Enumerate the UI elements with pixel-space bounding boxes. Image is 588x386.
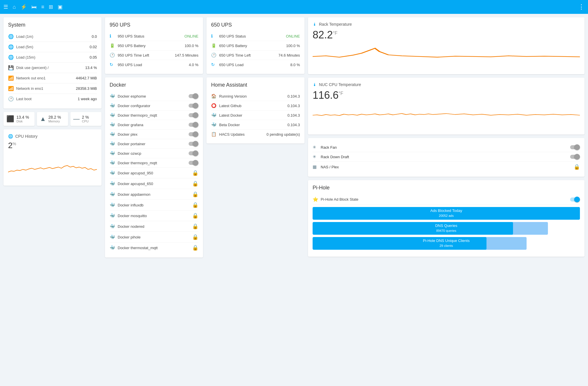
gauge-row: ⬛ 13.4 % Disk ▲ 28.2 % Memory — 2 % CPU	[3, 112, 102, 126]
ha-list: 🏠 Running Version 0.104.3 ⭕ Latest Githu…	[211, 92, 300, 139]
docker-toggle-1[interactable]	[189, 104, 198, 108]
rack-fan-row: ✳ Rack Fan	[313, 143, 580, 152]
ups950-row-0: ℹ 950 UPS Status ONLINE	[110, 31, 198, 41]
ha-row-3: 🐳 Beta Docker 0.104.3	[211, 120, 300, 130]
pihole-ad-block-row: ⭐ Pi-Hole Ad Block State	[313, 194, 580, 205]
rack-downdraft-toggle[interactable]	[570, 155, 580, 159]
pihole-bar-text-0: Ads Blocked Today20052 ads	[430, 208, 462, 218]
docker-icon-13: 🐳	[110, 224, 118, 229]
docker-label-4: Docker plex	[118, 132, 189, 137]
pihole-bar-text-2: Pi-Hole DNS Unique Clients29 clients	[423, 238, 470, 248]
docker-toggle-3[interactable]	[189, 123, 198, 127]
ups650-battery-label: 650 UPS Battery	[219, 44, 286, 48]
nuc-temp-value: 116.6°F	[313, 89, 580, 101]
docker-label-12: Docker mosquitto	[118, 214, 192, 218]
ups950-row-3: ↻ 950 UPS Load 4.0 %	[110, 60, 198, 69]
ups650-time-icon: 🕐	[211, 53, 219, 58]
docker-label-11: Docker influxdb	[118, 203, 192, 207]
system-column: System 🌐 Load (1m) 0.0 🌐 Load (5m) 0.02 …	[3, 17, 102, 383]
rack-temp-header: 🌡 Rack Temperature	[313, 22, 580, 27]
ups950-battery-label: 950 UPS Battery	[118, 44, 185, 48]
nuc-temp-card: 🌡 NUC CPU Temperature 116.6°F	[308, 78, 585, 135]
docker-row-13: 🐳Docker nodered🔒	[110, 221, 198, 232]
system-title: System	[8, 22, 97, 28]
grid-icon[interactable]: ⊞	[49, 4, 53, 10]
docker-icon-6: 🐳	[110, 151, 118, 156]
cpu-history-label: CPU History	[15, 134, 37, 139]
ups650-time-value: 74.6 Minutes	[279, 53, 300, 57]
globe2-icon: 🌐	[8, 44, 16, 50]
docker-label-10: Docker appdaemon	[118, 192, 192, 197]
pihole-card: Pi-Hole ⭐ Pi-Hole Ad Block State Ads Blo…	[308, 180, 585, 257]
netout-icon: 📶	[8, 75, 16, 81]
stat-row-load5: 🌐 Load (5m) 0.02	[8, 42, 97, 52]
menu-icon[interactable]: ☰	[3, 4, 8, 10]
docker-list: 🐳Docker esphome🐳Docker configurator🐳Dock…	[110, 92, 198, 253]
docker-toggle-7[interactable]	[189, 161, 198, 165]
ha-icon-2: 🐳	[211, 113, 219, 118]
ups950-load-value: 4.0 %	[189, 63, 198, 67]
load5-value: 0.02	[90, 45, 97, 49]
rack-temp-title: Rack Temperature	[319, 22, 352, 27]
ha-row-2: 🐳 Latest Docker 0.104.3	[211, 111, 300, 120]
more-menu-icon[interactable]: ⋮	[578, 3, 585, 11]
bed-icon[interactable]: 🛏	[31, 4, 37, 10]
docker-toggle-5[interactable]	[189, 142, 198, 146]
ups650-battery-value: 100.0 %	[286, 44, 300, 48]
lightning-icon[interactable]: ⚡	[20, 4, 27, 10]
docker-row-8: 🐳Docker apcupsd_950🔒	[110, 168, 198, 178]
ups650-status-label: 650 UPS Status	[219, 34, 286, 38]
disk-gauge-label: Disk	[16, 120, 29, 123]
rack-fan-toggle[interactable]	[570, 145, 580, 149]
ups650-row-0: ℹ 650 UPS Status ONLINE	[211, 31, 300, 41]
docker-row-4: 🐳Docker plex	[110, 130, 198, 139]
rack-downdraft-row: ✳ Rack Down Draft	[313, 152, 580, 162]
ha-icon-3: 🐳	[211, 122, 219, 127]
docker-icon-7: 🐳	[110, 160, 118, 165]
right-column: 🌡 Rack Temperature 82.2°F 🌡 NUC CPU Temp…	[308, 17, 585, 383]
docker-lock-14: 🔒	[192, 234, 198, 240]
pihole-toggle[interactable]	[570, 197, 580, 202]
ups950-title: 950 UPS	[110, 22, 198, 28]
docker-icon-3: 🐳	[110, 122, 118, 127]
ha-label-0: Running Version	[219, 94, 288, 98]
netout-value: 44642.7 MiB	[76, 76, 97, 80]
ha-value-2: 0.104.3	[288, 113, 300, 118]
docker-lock-11: 🔒	[192, 202, 198, 208]
memory-gauge-icon: ▲	[40, 115, 46, 123]
pihole-bar-1: DNS Queries89470 queries	[313, 222, 580, 235]
docker-toggle-2[interactable]	[189, 113, 198, 117]
docker-toggle-4[interactable]	[189, 132, 198, 136]
clock-icon: 🕐	[8, 96, 16, 102]
docker-icon-1: 🐳	[110, 103, 118, 108]
home-icon[interactable]: ⌂	[13, 4, 16, 10]
load1-value: 0.0	[92, 34, 97, 39]
docker-row-0: 🐳Docker esphome	[110, 92, 198, 101]
rack-downdraft-icon: ✳	[313, 154, 321, 159]
docker-label-2: Docker thermopro_mqtt	[118, 113, 189, 118]
docker-row-3: 🐳Docker grafana	[110, 120, 198, 130]
list-icon[interactable]: ≡	[41, 4, 44, 10]
pihole-bar-0: Ads Blocked Today20052 ads	[313, 207, 580, 220]
docker-row-2: 🐳Docker thermopro_mqtt	[110, 111, 198, 120]
pihole-bars: Ads Blocked Today20052 ads DNS Queries89…	[313, 207, 580, 250]
docker-row-11: 🐳Docker influxdb🔒	[110, 200, 198, 210]
disk-gauge: ⬛ 13.4 % Disk	[3, 112, 35, 126]
thermometer-icon: 🌡	[313, 22, 317, 27]
pihole-star-icon: ⭐	[313, 197, 321, 202]
fans-card: ✳ Rack Fan ✳ Rack Down Draft ▦ NAS / Ple…	[308, 138, 585, 177]
rack-fan-label: Rack Fan	[321, 145, 570, 150]
nas-icon: ▦	[313, 164, 321, 169]
ha-value-0: 0.104.3	[288, 94, 300, 98]
docker-label-7: Docker thermopro_mqtt	[118, 161, 189, 165]
stat-row-load15: 🌐 Load (15m) 0.05	[8, 52, 97, 63]
docker-toggle-0[interactable]	[189, 94, 198, 98]
ups950-status-value: ONLINE	[185, 34, 198, 38]
docker-icon-15: 🐳	[110, 245, 118, 250]
ups650-ha-column: 650 UPS ℹ 650 UPS Status ONLINE 🔋 650 UP…	[206, 17, 305, 383]
display-icon[interactable]: ▣	[58, 4, 63, 10]
docker-toggle-6[interactable]	[189, 151, 198, 155]
ha-value-1: 0.104.3	[288, 104, 300, 108]
cpu-gauge-value: 2 %	[82, 115, 89, 120]
docker-lock-8: 🔒	[192, 170, 198, 176]
